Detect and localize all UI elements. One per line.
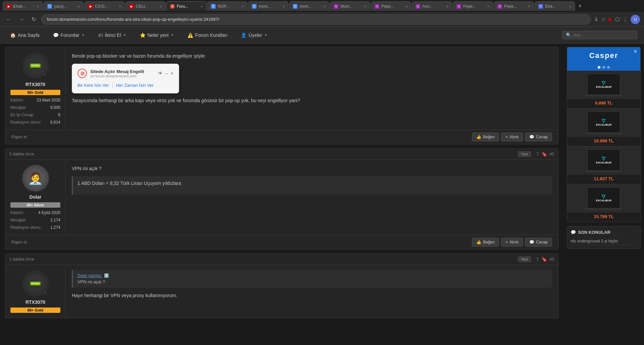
- new-tab-button[interactable]: +: [576, 3, 585, 10]
- tab-gif-pepe2[interactable]: G Pepe... ×: [453, 1, 493, 11]
- like-button[interactable]: 👍 Beğen: [472, 133, 499, 141]
- bookmark-icon[interactable]: 🔖: [541, 257, 547, 262]
- back-button[interactable]: ←: [4, 15, 13, 24]
- popup-allow-once-button[interactable]: Bir Kere İzin Ver: [77, 82, 109, 88]
- tab-close-icon[interactable]: ×: [365, 4, 367, 8]
- nav-ikinci-el[interactable]: 🏷 İkinci El ▼: [95, 27, 130, 44]
- tab-close-icon[interactable]: ×: [78, 4, 80, 8]
- tab-favicon: d: [170, 4, 175, 9]
- popup-allow-always-button[interactable]: Her Zaman İzin Ver: [116, 82, 154, 88]
- join-label: Katılım:: [10, 210, 24, 215]
- ad-item-4[interactable]: ▽ EXCALIBUR 15.799 TL: [567, 184, 640, 222]
- tab-moni1[interactable]: G moni... ×: [248, 1, 288, 11]
- tab-favicon: G: [375, 4, 379, 9]
- quote-button[interactable]: + Alıntı: [501, 133, 523, 141]
- tab-favicon: ▶: [6, 4, 11, 9]
- tab-favicon: G: [457, 4, 461, 9]
- tab-moni2[interactable]: G moni... ×: [289, 1, 329, 11]
- tab-gif-pepe3[interactable]: G Pepe... ×: [494, 1, 534, 11]
- tab-close-icon[interactable]: ×: [283, 4, 285, 8]
- tab-close-icon[interactable]: ×: [446, 4, 448, 8]
- popup-eye-icon[interactable]: 👁: [158, 71, 163, 76]
- nav-kurallar[interactable]: ⚠️ Forum Kuralları: [184, 27, 231, 44]
- online-status-dot: [44, 186, 48, 190]
- share-icon[interactable]: ⤴: [536, 257, 539, 262]
- popup-mockup: ⊘ Sitede Açılır Mesaj Engelli on forum.d…: [72, 64, 179, 93]
- tab-favicon: G: [293, 4, 298, 9]
- search-input[interactable]: [573, 32, 634, 38]
- share-icon[interactable]: ⤴: [536, 151, 539, 157]
- tab-yaziy[interactable]: G yazıy... ×: [44, 1, 84, 11]
- report-link[interactable]: Rapor et: [11, 135, 27, 139]
- tab-nop[interactable]: G NOP... ×: [207, 1, 248, 11]
- refresh-button[interactable]: ↻: [30, 15, 38, 24]
- tab-gif-pepe1[interactable]: G Pepe... ×: [371, 1, 411, 11]
- tab-forum-active[interactable]: d Foru... ×: [166, 1, 207, 11]
- report-link[interactable]: Rapor et: [11, 240, 27, 245]
- ad-item-3[interactable]: ▽ EXCALIBUR 11.827 TL: [567, 146, 640, 184]
- nav-uyeler[interactable]: 👤 Üyeler ▼: [237, 27, 271, 44]
- tab-close-icon[interactable]: ×: [406, 4, 408, 8]
- tab-close-icon[interactable]: ×: [119, 4, 121, 8]
- nvidia-logo: NVIDIA: [30, 64, 41, 68]
- excalibur-logo: ▽ EXCALIBUR: [596, 118, 612, 126]
- ad-laptop-visual-1: ▽ EXCALIBUR: [567, 71, 640, 99]
- tab-close-icon[interactable]: ×: [160, 4, 162, 8]
- post-1: NVIDIA RTX3070 80+ Gold Katılım: 23 Mart…: [5, 47, 558, 144]
- ad-dot-1[interactable]: [598, 66, 600, 69]
- profile-avatar[interactable]: U: [631, 15, 640, 24]
- tab-cell[interactable]: ▶ CELL ×: [125, 1, 166, 11]
- ad-close-icon[interactable]: ×: [634, 49, 638, 55]
- post-3-content: Dolar yazmış: ℹ️ VPN mi açık ? Hayır her…: [66, 265, 558, 318]
- download-icon[interactable]: ⇓: [594, 16, 598, 22]
- user-stat-join: Katılım: 4 Eylül 2020: [10, 210, 60, 215]
- extension-icon[interactable]: ⬡: [615, 16, 620, 22]
- son-konular-item-1[interactable]: nfs underground 2 yi hiçbir: [571, 237, 637, 245]
- tab-close-icon[interactable]: ×: [528, 4, 530, 8]
- son-konular-header: 💬 SON KONULAR: [571, 230, 637, 235]
- tab-gif-ano[interactable]: G Ano... ×: [412, 1, 452, 11]
- address-input[interactable]: [41, 14, 591, 24]
- quote-author-link[interactable]: Dolar yazmış:: [77, 273, 102, 278]
- tab-close-icon[interactable]: ×: [487, 4, 489, 8]
- tab-csg[interactable]: ▶ CS:G... ×: [85, 1, 125, 11]
- tab-label: moni...: [259, 4, 271, 9]
- tab-elrae[interactable]: ▶ Elrae... ×: [3, 1, 43, 11]
- post-2: 5 dakika önce Yeni ⤴ 🔖 #2 🧑‍💼 Dolar 80+ …: [5, 148, 558, 250]
- tab-close-icon[interactable]: ×: [569, 4, 571, 8]
- menu-icon[interactable]: ⋮: [623, 16, 628, 22]
- forward-button[interactable]: →: [17, 15, 26, 24]
- nav-neler-yeni[interactable]: ⭐ Neler yeni ▼: [137, 27, 177, 44]
- tab-close-icon[interactable]: ×: [242, 4, 244, 8]
- avatar-rtx3070-2: NVIDIA: [22, 270, 49, 297]
- ad-dot-3[interactable]: [607, 66, 610, 69]
- reaction-value: 6,614: [50, 120, 60, 125]
- bookmark-icon[interactable]: ☆: [601, 16, 606, 22]
- quote-button[interactable]: + Alıntı: [501, 238, 523, 247]
- nav-search-box[interactable]: 🔍: [562, 31, 637, 39]
- tab-discord[interactable]: D Elra... ×: [535, 1, 575, 11]
- youtube-icon[interactable]: ▶: [608, 16, 612, 22]
- ad-item-1[interactable]: ▽ EXCALIBUR 6.896 TL: [567, 71, 640, 109]
- reply-button[interactable]: 💬 Cevap: [525, 133, 552, 141]
- tab-close-icon[interactable]: ×: [201, 4, 203, 8]
- username: RTX3070: [25, 82, 45, 87]
- nav-home[interactable]: 🏠 Ana Sayfa: [7, 27, 43, 44]
- ad-dots: [567, 64, 640, 71]
- tab-label: Pepe...: [381, 4, 394, 9]
- bookmark-icon[interactable]: 🔖: [541, 151, 547, 157]
- like-button[interactable]: 👍 Beğen: [472, 238, 499, 247]
- tab-close-icon[interactable]: ×: [324, 4, 326, 8]
- popup-close-icon[interactable]: ×: [171, 71, 173, 76]
- popup-minimize-icon[interactable]: –: [165, 71, 168, 76]
- ad-item-2[interactable]: ▽ EXCALIBUR 10.999 TL: [567, 109, 640, 146]
- best-reply-label: En İyi Cevap:: [10, 113, 34, 117]
- tab-close-icon[interactable]: ×: [37, 4, 39, 8]
- nav-forums[interactable]: 💬 Forumlar ▼: [50, 27, 88, 44]
- tab-gif-moni[interactable]: G Moni... ×: [330, 1, 370, 11]
- ad-laptop-visual-2: ▽ EXCALIBUR: [567, 109, 640, 137]
- reply-button[interactable]: 💬 Cevap: [525, 238, 552, 247]
- ad-dot-2[interactable]: [602, 66, 605, 69]
- ad-price-2: 10.999 TL: [567, 137, 640, 146]
- ad-price-1: 6.896 TL: [567, 99, 640, 108]
